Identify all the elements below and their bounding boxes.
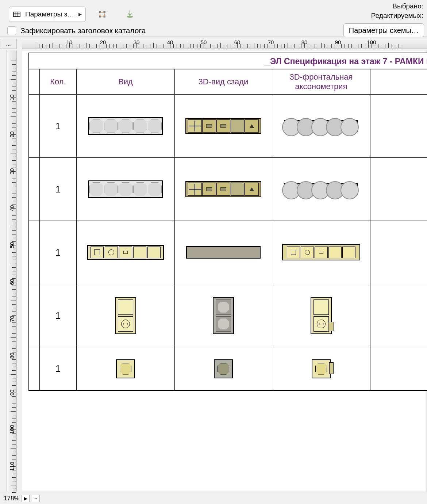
vframe-axo [311, 297, 332, 334]
select-shape-button[interactable] [91, 6, 114, 23]
fix-header-label: Зафиксировать заголовок каталога [20, 26, 146, 35]
ruler-horizontal[interactable]: 102030405060708090100 [22, 39, 427, 49]
svg-point-10 [127, 16, 134, 18]
ruler-vertical[interactable]: 102030405060708090100110 [7, 50, 17, 492]
selected-count-label: Выбрано: [368, 1, 427, 11]
spec-table: Кол. Вид 3D-вид сзади 3D-фронтальная акс… [29, 69, 427, 390]
qty-cell: 1 [40, 347, 77, 390]
ruler-corner[interactable]: … [0, 39, 17, 49]
sheet-title: _ЭЛ Спецификация на этаж 7 - РАМКИ и ВСТ… [29, 53, 427, 69]
view-cell [77, 95, 175, 158]
qty-cell: 1 [40, 221, 77, 284]
app-window: Параметры з… ▶ Выбрано: Редактируемых: З… [0, 0, 427, 504]
frame-front-5gang [88, 117, 163, 135]
params-dropdown[interactable]: Параметры з… ▶ [9, 7, 86, 22]
zoom-value[interactable]: 178% [4, 495, 19, 502]
chevron-right-icon: ▶ [78, 12, 82, 17]
qty-cell: 1 [40, 284, 77, 347]
back-cell [175, 95, 272, 158]
status-bar: 178% ▶ ↔ [0, 493, 427, 504]
table-row[interactable]: 1 [29, 221, 427, 284]
scroll-left-button[interactable]: ▶ [22, 495, 30, 502]
scheme-params-button[interactable]: Параметры схемы… [343, 23, 424, 37]
editable-count-label: Редактируемых: [368, 11, 427, 20]
table-row[interactable]: 1 [29, 158, 427, 221]
svg-rect-0 [14, 12, 20, 17]
column-axo: 3D-фронтальная аксонометрия [272, 69, 370, 95]
svg-rect-7 [99, 16, 101, 18]
vframe-front [115, 297, 136, 334]
svg-rect-6 [104, 11, 105, 13]
column-lead [29, 69, 40, 95]
frame-axo-5gang [282, 115, 360, 137]
work-area: … 102030405060708090100 1020304050607080… [0, 39, 427, 492]
vframe-back [213, 297, 234, 334]
top-toolbar: Параметры з… ▶ Выбрано: Редактируемых: З… [0, 0, 427, 37]
single-front [116, 359, 135, 378]
table-row[interactable]: 1 [29, 95, 427, 158]
axo-cell [272, 95, 370, 158]
table-icon [13, 10, 21, 18]
panel-back-bar [186, 246, 261, 259]
table-row[interactable]: 1 [29, 347, 427, 390]
qty-cell: 1 [40, 95, 77, 158]
import-button[interactable] [119, 6, 141, 23]
drawing-canvas[interactable]: _ЭЛ Спецификация на этаж 7 - РАМКИ и ВСТ… [22, 50, 427, 492]
single-back [214, 359, 233, 378]
qty-cell: 1 [40, 158, 77, 221]
spec-sheet: _ЭЛ Спецификация на этаж 7 - РАМКИ и ВСТ… [28, 53, 427, 391]
checkbox-icon[interactable] [7, 26, 16, 35]
params-dropdown-label: Параметры з… [25, 10, 74, 18]
panel-front-5gang [87, 245, 164, 260]
fix-header-option[interactable]: Зафиксировать заголовок каталога [7, 26, 146, 35]
svg-rect-8 [104, 16, 105, 18]
single-axo [312, 359, 331, 378]
column-qty: Кол. [40, 69, 77, 95]
panel-axo-5gang [282, 244, 360, 260]
fit-width-button[interactable]: ↔ [32, 495, 40, 502]
svg-rect-5 [99, 11, 101, 13]
column-back: 3D-вид сзади [175, 69, 272, 95]
column-view: Вид [77, 69, 175, 95]
frame-back-5gang [185, 118, 261, 134]
table-row[interactable]: 1 [29, 284, 427, 347]
